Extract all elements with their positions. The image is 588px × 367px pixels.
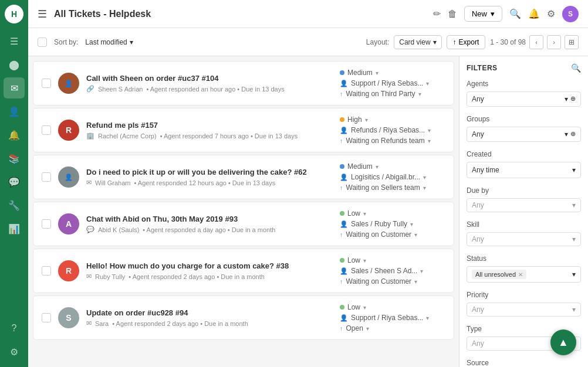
ticket-checkbox[interactable] [42,219,51,229]
status-badge[interactable]: ↑ Waiting on Sellers team ▾ [340,184,426,192]
delete-icon[interactable]: 🗑 [448,9,457,19]
layout-button[interactable]: Card view ▾ [394,35,441,49]
priority-badge[interactable]: Medium ▾ [340,69,379,77]
layout-chevron-icon: ▾ [433,38,437,46]
sidebar-logo[interactable]: H [5,5,23,23]
main-area: ☰ All Tickets - Helpdesk ✏ 🗑 New ▾ 🔍 🔔 ⚙… [28,0,588,367]
ticket-info: Refund me pls #157 🏢 Rachel (Acme Corp) … [86,121,333,140]
sidebar-icon-menu[interactable]: ☰ [4,30,25,52]
team-chevron-icon: ▾ [420,268,423,274]
priority-chevron-icon: ▾ [572,305,576,314]
toolbar: Sort by: Last modified ▾ Layout: Card vi… [28,28,588,56]
apps-icon[interactable]: ⚙ [547,8,555,19]
sidebar-icon-mail[interactable]: ✉ [4,77,25,98]
priority-badge[interactable]: High ▾ [340,115,368,124]
ticket-checkbox[interactable] [42,79,51,88]
page-title: All Tickets - Helpdesk [54,9,426,19]
next-page-button[interactable]: › [547,35,561,49]
priority-badge[interactable]: Low ▾ [340,303,366,311]
priority-badge[interactable]: Medium ▾ [340,162,379,171]
priority-dot [340,164,344,169]
ticket-info: Call with Sheen on order #uc37 #104 🔗 Sh… [86,74,333,93]
status-badge[interactable]: ↑ Open ▾ [340,324,369,332]
ticket-author: Rachel (Acme Corp) [98,132,157,140]
team-badge[interactable]: 👤 Logisitics / Abigail.br... ▾ [340,173,426,181]
ticket-meta-text: • Agent responded 2 days ago • Due in a … [129,273,265,280]
ticket-checkbox[interactable] [42,266,51,276]
filter-due-by: Due by Any ▾ [467,186,581,212]
agents-chevron-icon: ▾ [565,95,568,103]
ticket-info: Chat with Abid on Thu, 30th May 2019 #93… [86,215,333,233]
status-badge[interactable]: ↑ Waiting on Customer ▾ [340,230,417,239]
ticket-checkbox[interactable] [42,125,51,135]
layout-area: Layout: Card view ▾ ↑ Export 1 - 30 of 9… [366,35,579,49]
status-icon: ↑ [340,137,343,144]
due-by-select[interactable]: Any ▾ [467,198,581,212]
user-avatar[interactable]: S [562,6,579,22]
priority-label: Medium [347,69,373,77]
priority-select[interactable]: Any ▾ [467,303,581,317]
status-chevron-icon: ▾ [366,325,369,332]
export-button[interactable]: ↑ Export [447,35,486,49]
created-select[interactable]: Any time ▾ [467,162,581,178]
status-select[interactable]: All unresolved ✕ ▾ [467,266,581,283]
layout-label: Layout: [366,38,389,46]
filters-search-icon[interactable]: 🔍 [571,63,581,73]
sidebar-icon-contacts[interactable]: 👤 [4,101,25,122]
team-label: Support / Riya Sebas... [351,314,423,322]
new-button[interactable]: New ▾ [464,6,502,22]
status-chevron-icon: ▾ [414,278,417,285]
ticket-checkbox[interactable] [42,172,51,182]
ticket-checkbox[interactable] [42,313,51,322]
hamburger-icon[interactable]: ☰ [38,8,47,21]
priority-badge[interactable]: Low ▾ [340,209,366,218]
select-all-checkbox[interactable] [38,38,47,47]
team-chevron-icon: ▾ [426,315,429,321]
team-badge[interactable]: 👤 Refunds / Riya Sebas... ▾ [340,126,431,134]
sidebar-icon-chart[interactable]: 📊 [4,218,25,239]
priority-dot [340,211,344,216]
ticket-card: 👤 Do i need to pick it up or will you be… [33,155,454,199]
ticket-meta-text: • Agent responded a day ago • Due in a m… [143,226,275,233]
pagination: 1 - 30 of 98 ‹ › ⊞ [490,35,579,49]
created-label: Created [467,150,581,158]
sidebar-icon-chat[interactable]: 💬 [4,171,25,192]
status-badge[interactable]: ↑ Waiting on Refunds team ▾ [340,137,431,145]
status-icon: ↑ [340,90,343,97]
edit-icon[interactable]: ✏ [433,8,441,19]
ticket-meta-icon: 🔗 [86,85,94,93]
ticket-author: Will Graham [95,179,131,186]
skill-select[interactable]: Any ▾ [467,232,581,246]
ticket-title: Call with Sheen on order #uc37 #104 [86,74,333,83]
prev-page-button[interactable]: ‹ [529,35,543,49]
team-badge[interactable]: 👤 Support / Riya Sebas... ▾ [340,79,429,87]
ticket-meta: 🔗 Sheen S Adrian • Agent responded an ho… [86,85,333,93]
agents-label: Agents [467,80,581,88]
agents-select[interactable]: Any ▾ ⊕ [467,91,581,107]
sidebar-icon-help[interactable]: ? [4,318,25,339]
groups-select[interactable]: Any ▾ ⊕ [467,127,581,142]
status-badge[interactable]: ↑ Waiting on Customer ▾ [340,277,417,286]
priority-badge[interactable]: Low ▾ [340,256,366,264]
search-icon[interactable]: 🔍 [509,8,521,19]
status-label: Waiting on Customer [346,277,412,286]
sidebar-icon-bell[interactable]: 🔔 [4,124,25,145]
sidebar-icon-book[interactable]: 📚 [4,148,25,169]
team-badge[interactable]: 👤 Sales / Sheen S Ad... ▾ [340,267,423,275]
sort-by-button[interactable]: Last modified ▾ [85,38,133,46]
team-badge[interactable]: 👤 Support / Riya Sebas... ▾ [340,314,429,322]
team-badge[interactable]: 👤 Sales / Ruby Tully ▾ [340,220,413,228]
ticket-title: Update on order #uc928 #94 [86,308,333,317]
sidebar-icon-settings[interactable]: ⚙ [4,341,25,362]
sidebar-icon-tools[interactable]: 🔧 [4,195,25,216]
notification-icon[interactable]: 🔔 [528,8,540,19]
team-label: Sales / Ruby Tully [351,220,407,228]
sidebar-icon-dot[interactable]: ⬤ [4,54,25,75]
ticket-avatar: R [58,260,79,281]
status-clear-button[interactable]: ✕ [518,271,523,278]
grid-view-icon[interactable]: ⊞ [565,35,579,49]
fab-button[interactable]: ▲ [550,329,576,355]
sidebar-bottom: ? ⚙ [4,318,25,362]
ticket-avatar: 👤 [58,73,79,94]
status-badge[interactable]: ↑ Waiting on Third Party ▾ [340,90,421,98]
